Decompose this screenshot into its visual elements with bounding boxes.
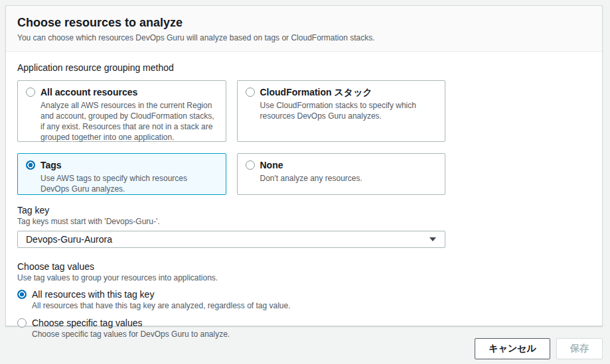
save-button[interactable]: 保存: [556, 338, 603, 359]
tile-none[interactable]: None Don't analyze any resources.: [237, 153, 446, 195]
chevron-down-icon: [429, 237, 436, 241]
tile-description: Analyze all AWS resources in the current…: [40, 100, 218, 143]
radio-option-label: Choose specific tag values: [32, 318, 143, 328]
tile-all-account-resources[interactable]: All account resources Analyze all AWS re…: [17, 80, 226, 142]
tag-key-label: Tag key: [17, 205, 590, 215]
tile-description: Don't analyze any resources.: [260, 173, 437, 184]
radio-row-specific-values[interactable]: Choose specific tag values: [17, 318, 590, 328]
cancel-button[interactable]: キャンセル: [475, 338, 550, 359]
panel-header: Choose resources to analyze You can choo…: [6, 6, 602, 52]
page-title: Choose resources to analyze: [17, 16, 590, 30]
tile-title: None: [260, 160, 437, 171]
radio-unchecked-icon[interactable]: [26, 88, 35, 97]
choose-resources-panel: Choose resources to analyze You can choo…: [5, 5, 603, 326]
tag-key-description: Tag keys must start with 'Devops-Guru-'.: [17, 217, 590, 226]
radio-option-description: All resources that have this tag key are…: [32, 301, 590, 311]
radio-unchecked-icon[interactable]: [17, 318, 27, 328]
radio-checked-icon[interactable]: [17, 290, 27, 299]
grouping-tiles: All account resources Analyze all AWS re…: [17, 80, 445, 195]
tag-key-section: Tag key Tag keys must start with 'Devops…: [17, 205, 590, 248]
tile-description: Use AWS tags to specify which resources …: [40, 173, 218, 194]
tile-tags[interactable]: Tags Use AWS tags to specify which resou…: [17, 153, 226, 195]
tag-key-selected-value: Devops-Guru-Aurora: [26, 234, 112, 245]
tag-values-label: Choose tag values: [17, 261, 590, 272]
option-choose-specific-tag-values: Choose specific tag values Choose specif…: [17, 318, 590, 339]
radio-unchecked-icon[interactable]: [246, 88, 255, 97]
radio-checked-icon[interactable]: [26, 160, 35, 170]
radio-row-all-resources[interactable]: All resources with this tag key: [17, 289, 590, 300]
tag-key-select[interactable]: Devops-Guru-Aurora: [17, 231, 445, 248]
tag-values-section: Choose tag values Use tag values to grou…: [17, 261, 590, 339]
tile-cloudformation-stacks[interactable]: CloudFormation スタック Use CloudFormation s…: [237, 80, 446, 142]
option-all-resources-with-tag-key: All resources with this tag key All reso…: [17, 289, 590, 311]
grouping-method-label: Application resource grouping method: [17, 62, 590, 73]
panel-body: Application resource grouping method All…: [6, 52, 602, 353]
footer-actions: キャンセル 保存: [475, 338, 603, 359]
tile-title: Tags: [40, 160, 218, 171]
page-description: You can choose which resources DevOps Gu…: [17, 33, 590, 42]
tile-title: CloudFormation スタック: [260, 87, 437, 98]
radio-unchecked-icon[interactable]: [246, 160, 255, 170]
radio-option-label: All resources with this tag key: [32, 289, 154, 300]
tile-title: All account resources: [40, 87, 218, 98]
tile-description: Use CloudFormation stacks to specify whi…: [260, 100, 437, 121]
tag-values-description: Use tag values to group your resources i…: [17, 273, 590, 282]
